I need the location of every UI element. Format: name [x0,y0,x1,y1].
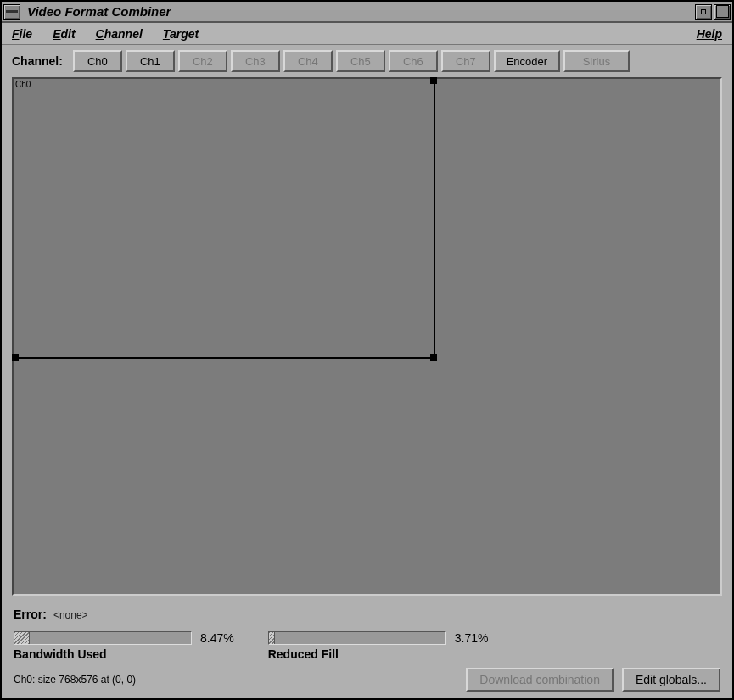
region-label: Ch0 [15,80,31,89]
channel-button-ch4[interactable]: Ch4 [283,50,333,72]
channel-button-ch0[interactable]: Ch0 [73,50,122,72]
resize-handle-top-right[interactable] [430,77,437,84]
reduced-fill-label: Reduced Fill [268,647,489,661]
channel-button-ch1[interactable]: Ch1 [126,50,175,72]
channel-button-ch5[interactable]: Ch5 [336,50,385,72]
bandwidth-meter-fill [14,632,30,644]
footer: Error: <none> 8.47% Bandwidth Used 3 [2,602,732,698]
error-label: Error: [14,608,47,621]
channel-toolbar: Channel: Ch0 Ch1 Ch2 Ch3 Ch4 Ch5 Ch6 Ch7… [2,45,732,76]
reduced-fill-meter [268,631,446,645]
edit-globals-button[interactable]: Edit globals... [622,668,720,692]
channel-label: Channel: [12,54,63,68]
bandwidth-label: Bandwidth Used [14,647,234,661]
bandwidth-block: 8.47% Bandwidth Used [14,631,234,661]
minimize-button[interactable] [695,4,712,20]
menubar: File Edit Channel Target Help [2,23,732,45]
bandwidth-percent: 8.47% [200,631,234,645]
status-text: Ch0: size 768x576 at (0, 0) [14,674,457,686]
reduced-fill-meter-fill [269,632,276,644]
maximize-button[interactable] [714,4,731,20]
canvas-container: Ch0 [2,76,732,602]
meters-row: 8.47% Bandwidth Used 3.71% Reduced Fill [14,631,720,661]
window-title: Video Format Combiner [25,4,693,19]
sirius-button[interactable]: Sirius [563,50,630,72]
error-value: <none> [53,609,88,621]
channel-button-ch6[interactable]: Ch6 [389,50,438,72]
menu-help[interactable]: Help [697,27,722,41]
download-combination-button[interactable]: Download combination [466,668,614,692]
app-window: Video Format Combiner File Edit Channel … [0,0,734,700]
channel-region-ch0[interactable]: Ch0 [14,79,435,359]
resize-handle-bottom-left[interactable] [12,354,19,361]
channel-button-ch7[interactable]: Ch7 [441,50,490,72]
menu-edit[interactable]: Edit [53,27,75,41]
channel-button-ch3[interactable]: Ch3 [231,50,280,72]
menu-channel[interactable]: Channel [96,27,143,41]
layout-canvas[interactable]: Ch0 [12,77,722,596]
bottom-row: Ch0: size 768x576 at (0, 0) Download com… [14,668,720,692]
reduced-fill-block: 3.71% Reduced Fill [268,631,489,661]
resize-handle-bottom-right[interactable] [430,354,437,361]
titlebar: Video Format Combiner [2,2,732,23]
error-line: Error: <none> [14,608,720,621]
window-menu-icon[interactable] [3,4,20,20]
menu-target[interactable]: Target [163,27,199,41]
channel-button-ch2[interactable]: Ch2 [178,50,227,72]
menu-file[interactable]: File [12,27,32,41]
encoder-button[interactable]: Encoder [494,50,560,72]
reduced-fill-percent: 3.71% [455,631,489,645]
bandwidth-meter [14,631,192,645]
